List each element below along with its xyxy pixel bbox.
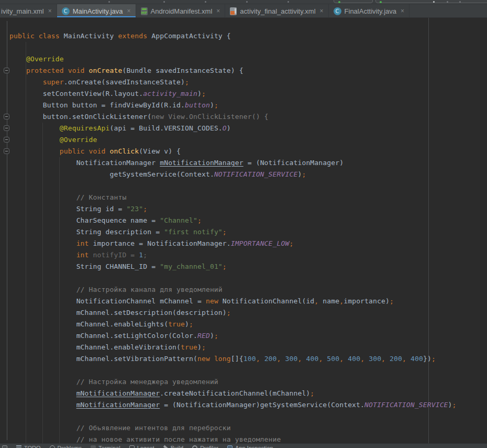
terminal-icon [91, 445, 96, 448]
toolbar-icon-clipped [108, 1, 110, 3]
green-status-dot [338, 1, 340, 3]
main-toolbar-clipped [0, 0, 487, 4]
code-line[interactable]: CharSequence name = "Channel"; [9, 215, 457, 226]
code-line[interactable]: mNotificationManager.createNotificationC… [9, 388, 457, 399]
tool-window-button-logcat[interactable]: Logcat [129, 445, 154, 448]
problems-icon [50, 445, 55, 448]
tool-window-button-app-inspection[interactable]: App Inspection [227, 445, 273, 448]
tool-window-button-problems[interactable]: Problems [50, 445, 82, 448]
toolbar-icon-clipped [287, 1, 289, 3]
toolbar-icon-clipped [433, 1, 435, 3]
tab-label: MainActivity.java [73, 7, 123, 15]
code-line[interactable]: setContentView(R.layout.activity_main); [9, 88, 457, 100]
android-studio-window: ivity_main.xml×CMainActivity.java×MFAndr… [0, 0, 487, 448]
build-hammer-icon [163, 445, 168, 448]
profiler-icon [192, 445, 197, 448]
tool-window-label: Terminal [98, 445, 120, 448]
tool-window-buttons: TODOProblemsTerminalLogcatBuildProfilerA… [0, 445, 273, 448]
tab-label: FinalActtivity.java [345, 7, 396, 15]
code-line[interactable]: NotificationChannel mChannel = new Notif… [9, 296, 457, 307]
tab-mainactivity-java[interactable]: CMainActivity.java× [57, 4, 136, 18]
code-line[interactable]: mChannel.enableVibration(true); [9, 342, 457, 353]
code-line[interactable]: mChannel.setDescription(description); [9, 307, 457, 319]
tab-close-icon[interactable]: × [401, 8, 404, 14]
code-line[interactable]: // Настройка канала для уведомлений [9, 284, 457, 296]
tab-activity-final-acttivity-xml[interactable]: activity_final_acttivity.xml× [225, 4, 328, 18]
app-inspection-icon [227, 445, 233, 448]
code-line[interactable]: button.setOnClickListener(new View.OnCli… [9, 111, 457, 123]
code-line[interactable]: Button button = findViewById(R.id.button… [9, 100, 457, 111]
code-line[interactable]: mNotificationManager = (NotificationMana… [9, 399, 457, 411]
fold-marker-icon[interactable] [4, 114, 9, 119]
code-line[interactable]: super.onCreate(savedInstanceState); [9, 77, 457, 88]
green-status-dot [380, 1, 382, 3]
window-stripe-icon[interactable] [2, 445, 7, 448]
layout-file-icon [230, 7, 237, 15]
toolbar-icon-clipped [459, 1, 461, 3]
tool-window-label: TODO [24, 445, 41, 448]
code-line[interactable]: int importance = NotificationManager.IMP… [9, 238, 457, 249]
toolbar-icon-clipped [447, 1, 448, 3]
tool-window-label: Profiler [200, 445, 218, 448]
tab-label: activity_final_acttivity.xml [240, 7, 315, 15]
code-line[interactable]: @RequiresApi(api = Build.VERSION_CODES.O… [9, 123, 457, 134]
fold-marker-icon[interactable] [4, 137, 9, 143]
code-line[interactable] [9, 411, 457, 422]
code-line[interactable]: mChannel.setVibrationPattern(new long[]{… [9, 353, 457, 365]
code-line[interactable]: // Настройка менеджера уведомлений [9, 376, 457, 388]
tool-window-bar: TODOProblemsTerminalLogcatBuildProfilerA… [0, 443, 487, 448]
code-line[interactable]: mChannel.enableLights(true); [9, 319, 457, 330]
todo-list-icon [16, 445, 21, 448]
tab-androidmanifest-xml[interactable]: MFAndroidManifest.xml× [136, 4, 226, 18]
toolbar-icon-clipped [163, 1, 165, 3]
tab-close-icon[interactable]: × [127, 8, 130, 14]
class-file-icon: C [334, 7, 341, 15]
tab-close-icon[interactable]: × [216, 8, 220, 14]
tool-window-button-build[interactable]: Build [163, 445, 183, 448]
code-line[interactable]: NotificationManager mNotificationManager… [9, 157, 457, 169]
class-file-icon: C [62, 7, 70, 15]
tab-ivity-main-xml[interactable]: ivity_main.xml× [0, 4, 57, 18]
code-line[interactable] [9, 365, 457, 376]
code-line[interactable]: @Override [9, 134, 457, 146]
tab-close-icon[interactable]: × [320, 8, 324, 14]
tab-label: AndroidManifest.xml [151, 7, 213, 15]
code-line[interactable]: // на новое активити после нажатия на ув… [9, 434, 457, 443]
tab-finalacttivity-java[interactable]: CFinalActtivity.java× [329, 4, 409, 18]
code-line[interactable]: public class MainActivity extends AppCom… [9, 30, 457, 42]
code-line[interactable]: protected void onCreate(Bundle savedInst… [9, 65, 457, 77]
code-area[interactable]: public class MainActivity extends AppCom… [0, 18, 457, 443]
code-line[interactable]: String CHANNEL_ID = "my_channel_01"; [9, 261, 457, 272]
manifest-file-icon: MF [141, 7, 148, 15]
code-line[interactable]: String id = "23"; [9, 203, 457, 215]
toolbar-icon-clipped [205, 1, 206, 3]
code-editor[interactable]: public class MainActivity extends AppCom… [0, 18, 487, 443]
code-line[interactable]: @Override [9, 53, 457, 65]
code-line[interactable]: int notifyID = 1; [9, 249, 457, 261]
editor-tab-bar: ivity_main.xml×CMainActivity.java×MFAndr… [0, 4, 487, 18]
tool-window-button-todo[interactable]: TODO [16, 445, 41, 448]
tool-window-button-profiler[interactable]: Profiler [192, 445, 218, 448]
fold-marker-icon[interactable] [4, 125, 9, 131]
tool-window-label: App Inspection [235, 445, 273, 448]
code-line[interactable]: mChannel.setLightColor(Color.RED); [9, 330, 457, 342]
tab-close-icon[interactable]: × [48, 8, 52, 14]
code-line[interactable] [9, 180, 457, 192]
code-line[interactable]: public void onClick(View v) { [9, 146, 457, 157]
tool-window-button-terminal[interactable]: Terminal [91, 445, 120, 448]
tab-label: ivity_main.xml [1, 7, 44, 15]
logcat-icon [129, 445, 135, 448]
tool-window-label: Logcat [137, 445, 154, 448]
tool-window-label: Build [171, 445, 183, 448]
code-line[interactable]: // Обьявление интентов для переброски [9, 422, 457, 434]
code-line[interactable] [9, 272, 457, 284]
device-selector-box-clipped[interactable] [375, 0, 487, 3]
code-line[interactable] [9, 42, 457, 53]
tool-window-label: Problems [58, 445, 82, 448]
code-line[interactable]: // Константы [9, 192, 457, 203]
toolbar-icon-clipped [246, 1, 248, 3]
fold-marker-icon[interactable] [4, 148, 9, 154]
code-line[interactable]: String description = "first notify"; [9, 226, 457, 238]
fold-marker-icon[interactable] [4, 68, 9, 73]
code-line[interactable]: getSystemService(Context.NOTIFICATION_SE… [9, 169, 457, 180]
